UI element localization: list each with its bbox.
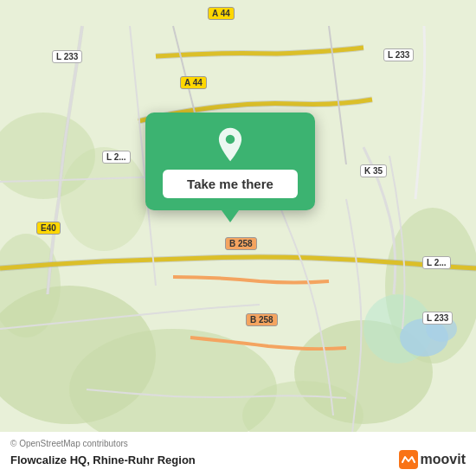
road-label-l233-2: L 233 [383,48,414,61]
svg-point-12 [226,135,235,145]
location-name: Flowcalize HQ, Rhine-Ruhr Region [10,453,196,466]
moovit-text: moovit [421,452,466,467]
moovit-icon [399,450,418,469]
svg-rect-13 [399,450,418,469]
take-me-there-button[interactable]: Take me there [163,170,298,198]
road-label-l23: L 2... [102,151,131,164]
road-label-l233-1: L 233 [52,50,82,63]
road-label-e40: E40 [36,222,61,235]
road-label-b258-2: B 258 [246,313,278,326]
bottom-bar: © OpenStreetMap contributors Flowcalize … [0,432,476,476]
road-label-b258-1: B 258 [225,237,257,250]
road-label-l233-4: L 233 [422,312,453,325]
road-label-l233-3: L 2... [422,256,451,269]
road-label-a44-2: A 44 [180,76,207,89]
attribution-text: © OpenStreetMap contributors [10,439,466,448]
location-info: Flowcalize HQ, Rhine-Ruhr Region moovit [10,450,466,469]
map-pin-icon [212,126,248,163]
moovit-logo: moovit [399,450,466,469]
road-label-k35: K 35 [360,164,387,177]
popup-card: Take me there [145,113,315,210]
road-label-a44-1: A 44 [208,7,235,20]
map-container: A 44 A 44 L 233 L 233 L 2... L 233 L 2..… [0,0,476,476]
